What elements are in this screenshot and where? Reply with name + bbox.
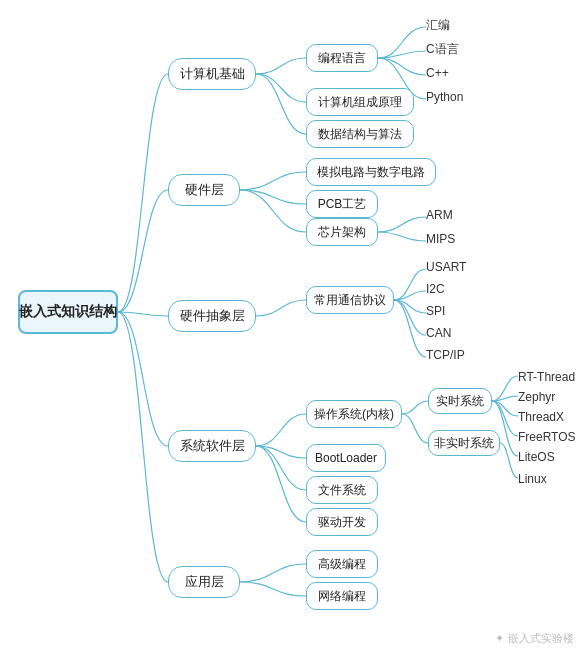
svg-text:TCP/IP: TCP/IP [426, 348, 465, 362]
svg-text:RT-Thread: RT-Thread [518, 370, 575, 384]
svg-text:SPI: SPI [426, 304, 445, 318]
svg-text:Zephyr: Zephyr [518, 390, 555, 404]
svg-text:MIPS: MIPS [426, 232, 455, 246]
svg-text:ThreadX: ThreadX [518, 410, 564, 424]
mindmap-svg: 嵌入式知识结构计算机基础编程语言汇编C语言C++Python计算机组成原理数据结… [0, 0, 584, 656]
svg-text:C语言: C语言 [426, 42, 459, 56]
watermark: ✦ 嵌入式实验楼 [495, 631, 574, 646]
svg-text:汇编: 汇编 [426, 18, 450, 32]
svg-text:USART: USART [426, 260, 467, 274]
svg-text:CAN: CAN [426, 326, 451, 340]
watermark-icon: ✦ [495, 632, 504, 645]
mindmap-canvas: 嵌入式知识结构计算机基础编程语言汇编C语言C++Python计算机组成原理数据结… [0, 0, 584, 656]
svg-text:LiteOS: LiteOS [518, 450, 555, 464]
svg-text:FreeRTOS: FreeRTOS [518, 430, 576, 444]
svg-text:Python: Python [426, 90, 463, 104]
watermark-text: 嵌入式实验楼 [508, 631, 574, 646]
svg-text:ARM: ARM [426, 208, 453, 222]
svg-text:C++: C++ [426, 66, 449, 80]
svg-text:I2C: I2C [426, 282, 445, 296]
svg-text:Linux: Linux [518, 472, 547, 486]
